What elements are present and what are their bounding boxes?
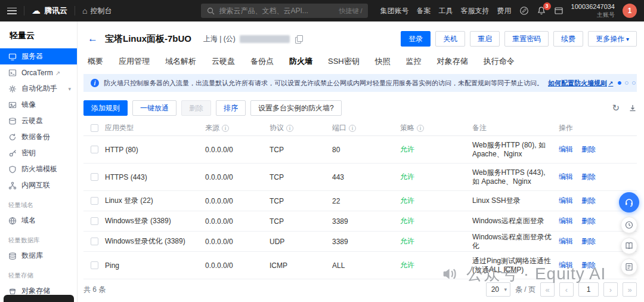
sidebar-item-ssh-keys[interactable]: 密钥 — [0, 145, 77, 161]
console-home-link[interactable]: 控制台 — [82, 6, 112, 16]
carousel-dot-active[interactable] — [618, 81, 621, 85]
table-tools — [612, 103, 637, 113]
tab-cloud-disk[interactable]: 云硬盘 — [212, 56, 235, 67]
download-icon[interactable] — [628, 104, 637, 112]
header-label: 来源 — [205, 123, 219, 133]
sort-button[interactable]: 排序 — [216, 100, 246, 116]
nav-group-account[interactable]: 集团账号 — [380, 6, 409, 16]
hamburger-menu-icon[interactable] — [7, 8, 17, 14]
search-input[interactable] — [219, 7, 335, 15]
nav-icp-filing[interactable]: 备案 — [417, 6, 431, 16]
delete-link[interactable]: 删除 — [581, 237, 596, 245]
edit-link[interactable]: 编辑 — [559, 237, 573, 245]
tab-backup-points[interactable]: 备份点 — [250, 56, 274, 67]
last-page-button[interactable] — [623, 282, 637, 297]
carousel-dot[interactable] — [632, 81, 636, 85]
sidebar-item-images[interactable]: 镜像 — [0, 97, 77, 113]
nav-tools[interactable]: 工具 — [439, 6, 453, 16]
row-checkbox[interactable] — [91, 217, 98, 225]
restart-button[interactable]: 重启 — [470, 31, 500, 47]
refresh-icon[interactable] — [612, 103, 620, 113]
login-button[interactable]: 登录 — [401, 31, 431, 47]
brand-logo[interactable]: 腾讯云 — [32, 5, 67, 16]
docs-book-icon[interactable] — [621, 238, 637, 254]
info-icon[interactable] — [286, 125, 293, 132]
tab-dns[interactable]: 域名解析 — [165, 56, 196, 67]
row-checkbox[interactable] — [91, 238, 98, 245]
page-size-select[interactable]: 20 — [486, 282, 510, 297]
row-checkbox[interactable] — [91, 146, 98, 153]
tab-monitoring[interactable]: 监控 — [406, 56, 422, 67]
multi-instance-firewall-button[interactable]: 设置多台实例的防火墙? — [250, 100, 342, 116]
feedback-list-icon[interactable] — [621, 258, 637, 275]
tab-ssh-keys[interactable]: SSH密钥 — [328, 56, 360, 67]
support-headset-icon[interactable] — [619, 192, 639, 212]
nav-billing[interactable]: 费用 — [497, 6, 512, 16]
back-arrow-icon[interactable] — [86, 33, 99, 45]
info-icon[interactable] — [222, 125, 229, 132]
console-panel-icon[interactable] — [554, 6, 564, 16]
cell-port: 22 — [332, 197, 400, 205]
tab-overview[interactable]: 概要 — [88, 56, 103, 67]
cell-note: Web服务HTTPS (443), 如 Apache、Nginx — [472, 168, 559, 186]
sidebar-item-firewall-templates[interactable]: 防火墙模板 — [0, 161, 77, 177]
history-clock-icon[interactable] — [621, 217, 637, 233]
tab-snapshots[interactable]: 快照 — [375, 56, 391, 67]
more-actions-button[interactable]: 更多操作 — [588, 31, 637, 47]
sidebar-item-domains[interactable]: 域名 — [0, 212, 77, 229]
renew-button[interactable]: 续费 — [553, 31, 583, 47]
tab-run-command[interactable]: 执行命令 — [484, 56, 515, 67]
edit-link[interactable]: 编辑 — [559, 217, 573, 225]
delete-link[interactable]: 删除 — [581, 172, 596, 181]
tab-firewall[interactable]: 防火墙 — [289, 56, 312, 67]
row-checkbox[interactable] — [91, 261, 98, 269]
select-all-checkbox[interactable] — [91, 124, 98, 132]
add-rule-button[interactable]: 添加规则 — [83, 100, 128, 116]
cell-app-type: Linux 登录 (22) — [105, 196, 205, 206]
shutdown-button[interactable]: 关机 — [435, 31, 465, 47]
delete-link[interactable]: 删除 — [581, 261, 596, 269]
delete-rules-button[interactable]: 删除 — [181, 100, 211, 116]
sidebar: 轻量云 服务器 OrcaTerm 自动化助手 镜像 云硬盘 数据备份 密 — [0, 21, 78, 302]
page-number-input[interactable] — [578, 282, 599, 297]
edit-link[interactable]: 编辑 — [559, 196, 573, 205]
region-label: 上海 | (公) — [203, 34, 236, 44]
tab-object-storage[interactable]: 对象存储 — [437, 56, 468, 67]
notifications-bell-icon[interactable]: 3 — [537, 6, 546, 16]
edit-link[interactable]: 编辑 — [559, 261, 573, 269]
info-icon[interactable] — [417, 125, 424, 132]
global-search[interactable]: 快捷键 / — [201, 4, 368, 18]
user-avatar[interactable]: 1 — [623, 4, 637, 18]
nav-support[interactable]: 客服支持 — [461, 6, 490, 16]
sidebar-item-cloud-disk[interactable]: 云硬盘 — [0, 113, 77, 129]
edit-link[interactable]: 编辑 — [559, 145, 573, 153]
sidebar-item-automation-assistant[interactable]: 自动化助手 — [0, 81, 77, 97]
row-checkbox[interactable] — [91, 197, 98, 205]
next-page-button[interactable] — [603, 282, 618, 297]
cell-note: Windows远程桌面登录 — [472, 217, 559, 226]
info-icon[interactable] — [349, 125, 356, 132]
cell-port: 443 — [332, 173, 400, 181]
sidebar-item-orcaterm[interactable]: OrcaTerm — [0, 64, 77, 81]
feedback-pen-icon[interactable] — [519, 6, 529, 16]
account-info[interactable]: 100036247034 主账号 — [571, 3, 615, 19]
prev-page-button[interactable] — [559, 282, 574, 297]
account-role: 主账号 — [571, 11, 615, 19]
firewall-rules-help-link[interactable]: 如何配置防火墙规则 — [548, 79, 613, 88]
sidebar-bottom-overlay — [4, 295, 74, 302]
delete-link[interactable]: 删除 — [581, 196, 596, 205]
delete-link[interactable]: 删除 — [581, 145, 596, 153]
carousel-dot[interactable] — [625, 81, 628, 85]
sidebar-item-vpc-link[interactable]: 内网互联 — [0, 177, 77, 193]
copy-icon[interactable] — [295, 35, 302, 43]
sidebar-item-data-backup[interactable]: 数据备份 — [0, 129, 77, 145]
tab-app-management[interactable]: 应用管理 — [119, 56, 150, 67]
first-page-button[interactable] — [540, 282, 555, 297]
allow-all-button[interactable]: 一键放通 — [132, 100, 177, 116]
reset-password-button[interactable]: 重置密码 — [504, 31, 549, 47]
sidebar-item-database[interactable]: 数据库 — [0, 248, 77, 264]
row-checkbox[interactable] — [91, 173, 98, 181]
edit-link[interactable]: 编辑 — [559, 172, 573, 181]
delete-link[interactable]: 删除 — [581, 217, 596, 225]
sidebar-item-servers[interactable]: 服务器 — [0, 48, 77, 64]
